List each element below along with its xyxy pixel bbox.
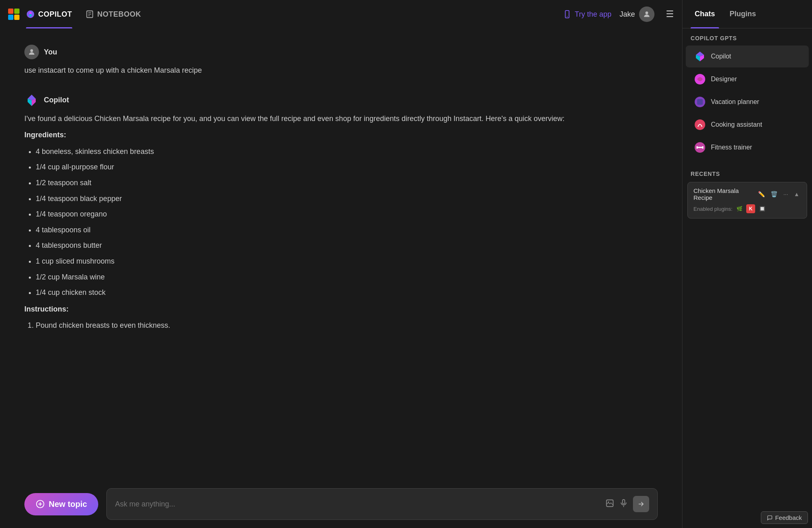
recents-item: Chicken Marsala Recipe✏️🗑️···▲Enabled pl… xyxy=(687,182,807,219)
feedback-label: Feedback xyxy=(775,514,802,521)
send-button[interactable] xyxy=(633,496,649,512)
designer-label: Designer xyxy=(711,76,737,83)
tab-notebook-label: NOTEBOOK xyxy=(97,10,141,19)
windows-logo-icon xyxy=(8,9,19,20)
gpts-section-title: Copilot GPTs xyxy=(682,28,812,45)
copilot-label: Copilot xyxy=(711,53,731,60)
copilot-sender-label: Copilot xyxy=(44,96,69,104)
try-app-label: Try the app xyxy=(575,10,611,19)
ingredient-item: 1/4 teaspoon black pepper xyxy=(36,193,658,205)
chevron-up-icon[interactable]: ▲ xyxy=(792,190,801,198)
instruction-item: Pound chicken breasts to even thickness. xyxy=(36,319,658,332)
gpt-item-designer[interactable]: Designer xyxy=(686,68,809,90)
svg-point-7 xyxy=(30,49,33,52)
more-icon[interactable]: ··· xyxy=(782,190,790,198)
chat-input[interactable] xyxy=(115,500,600,509)
ingredient-item: 4 boneless, skinless chicken breasts xyxy=(36,145,658,158)
copilot-icon xyxy=(694,50,706,63)
copilot-message-block: Copilot I've found a delicious Chicken M… xyxy=(24,93,658,332)
plugin-badge-2: 🔲 xyxy=(758,204,767,213)
microphone-icon[interactable] xyxy=(619,499,628,510)
gpt-item-fitness[interactable]: Fitness trainer xyxy=(686,136,809,158)
ingredient-item: 1 cup sliced mushrooms xyxy=(36,255,658,268)
cooking-icon xyxy=(694,119,706,131)
new-topic-label: New topic xyxy=(49,500,87,509)
feedback-icon xyxy=(767,515,773,521)
tab-copilot[interactable]: COPILOT xyxy=(19,0,79,28)
ingredient-item: 1/2 teaspoon salt xyxy=(36,177,658,189)
notebook-tab-icon xyxy=(85,10,94,19)
new-topic-icon xyxy=(36,500,45,509)
chat-messages-container: You use instacart to come up with a chic… xyxy=(0,28,682,482)
recents-section-title: Recents xyxy=(682,164,812,180)
phone-icon xyxy=(563,10,572,19)
ingredient-item: 1/4 teaspoon oregano xyxy=(36,208,658,221)
gpt-item-copilot[interactable]: Copilot xyxy=(686,45,809,67)
ingredient-item: 4 tablespoons butter xyxy=(36,239,658,252)
new-topic-button[interactable]: New topic xyxy=(24,493,98,515)
copilot-tab-icon xyxy=(26,10,35,19)
send-icon xyxy=(637,500,645,508)
ingredient-item: 1/2 cup Marsala wine xyxy=(36,271,658,283)
plugin-badge-1: K xyxy=(746,204,755,213)
hamburger-menu-button[interactable]: ☰ xyxy=(666,9,674,19)
svg-point-6 xyxy=(646,11,648,14)
fitness-icon xyxy=(694,141,706,154)
designer-icon xyxy=(694,73,706,85)
user-message-avatar xyxy=(24,45,39,59)
plugins-label: Enabled plugins: xyxy=(693,206,732,212)
user-menu[interactable]: Jake xyxy=(620,6,654,22)
image-input-icon[interactable] xyxy=(605,499,614,510)
tab-chats[interactable]: Chats xyxy=(691,0,719,28)
user-name-label: Jake xyxy=(620,10,635,19)
chat-input-container[interactable] xyxy=(106,488,658,520)
tab-copilot-label: COPILOT xyxy=(38,10,72,19)
recents-item-title: Chicken Marsala Recipe xyxy=(693,187,756,201)
ingredient-item: 4 tablespoons oil xyxy=(36,224,658,236)
user-avatar xyxy=(639,6,654,22)
delete-icon[interactable]: 🗑️ xyxy=(769,190,779,198)
user-message-block: You use instacart to come up with a chic… xyxy=(24,45,658,77)
ingredient-item: 1/4 cup all-purpose flour xyxy=(36,161,658,173)
vacation-label: Vacation planner xyxy=(711,98,759,106)
try-app-button[interactable]: Try the app xyxy=(563,10,611,19)
svg-rect-18 xyxy=(697,99,703,105)
user-message-content: use instacart to come up with a chicken … xyxy=(24,64,658,77)
user-sender-label: You xyxy=(44,48,57,56)
copilot-message-avatar xyxy=(24,93,39,108)
gpt-item-vacation[interactable]: Vacation planner xyxy=(686,91,809,113)
tab-plugins[interactable]: Plugins xyxy=(726,0,760,28)
svg-rect-14 xyxy=(622,499,625,504)
plugin-badge-0: 🌿 xyxy=(735,204,744,213)
vacation-icon xyxy=(694,96,706,108)
svg-point-5 xyxy=(567,16,568,17)
copilot-message-content: I've found a delicious Chicken Marsala r… xyxy=(24,113,658,332)
ingredient-item: 1/4 cup chicken stock xyxy=(36,286,658,299)
fitness-label: Fitness trainer xyxy=(711,144,752,151)
tab-notebook[interactable]: NOTEBOOK xyxy=(79,0,148,28)
gpt-item-cooking[interactable]: Cooking assistant xyxy=(686,114,809,136)
right-sidebar: Copilot GPTs CopilotDesignerVacation pla… xyxy=(682,28,812,528)
cooking-label: Cooking assistant xyxy=(711,121,762,128)
feedback-button[interactable]: Feedback xyxy=(761,511,808,524)
input-area: New topic xyxy=(0,482,682,528)
edit-icon[interactable]: ✏️ xyxy=(756,190,767,198)
